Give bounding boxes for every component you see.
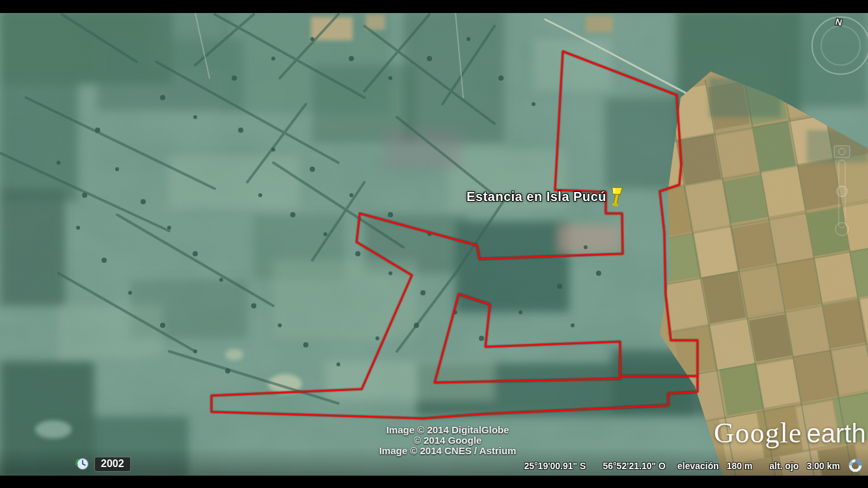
attribution-line: Image © 2014 CNES / Astrium [357, 446, 539, 456]
status-elevation-value: 180 m [727, 461, 753, 471]
letterbox-top [0, 0, 868, 13]
pushpin-icon[interactable] [607, 185, 625, 209]
google-earth-logo: Googleearth [714, 416, 866, 450]
satellite-map-canvas[interactable] [0, 0, 868, 488]
placemark-label[interactable]: Estancia en Isla Pucú [467, 189, 606, 204]
joystick-icon[interactable] [834, 146, 850, 157]
imagery-year: 2002 [94, 457, 131, 472]
logo-google-word: Google [714, 417, 802, 449]
status-latitude: 25°19'00.91" S [524, 461, 586, 471]
status-longitude: 56°52'21.10" O [603, 461, 666, 471]
imagery-date-badge[interactable]: 2002 [74, 456, 131, 472]
terrain-base [0, 0, 868, 488]
logo-earth-word: earth [807, 419, 866, 448]
loading-ring-icon [848, 458, 863, 473]
attribution-line: Image © 2014 DigitalGlobe [357, 425, 539, 435]
status-bar: 25°19'00.91" S 56°52'21.10" O elevación … [524, 458, 863, 473]
status-elevation-label: elevación [677, 461, 719, 471]
status-eye-alt-label: alt. ojo [770, 461, 799, 471]
zoom-slider-handle[interactable] [837, 186, 847, 197]
imagery-attribution: Image © 2014 DigitalGlobe © 2014 Google … [357, 425, 539, 456]
clock-history-icon[interactable] [74, 456, 90, 472]
letterbox-bottom [0, 476, 868, 488]
attribution-line: © 2014 Google [357, 435, 539, 446]
status-eye-alt-value: 3.00 km [807, 461, 840, 471]
google-earth-window: Estancia en Isla Pucú N Image © 2014 Dig… [0, 0, 868, 488]
